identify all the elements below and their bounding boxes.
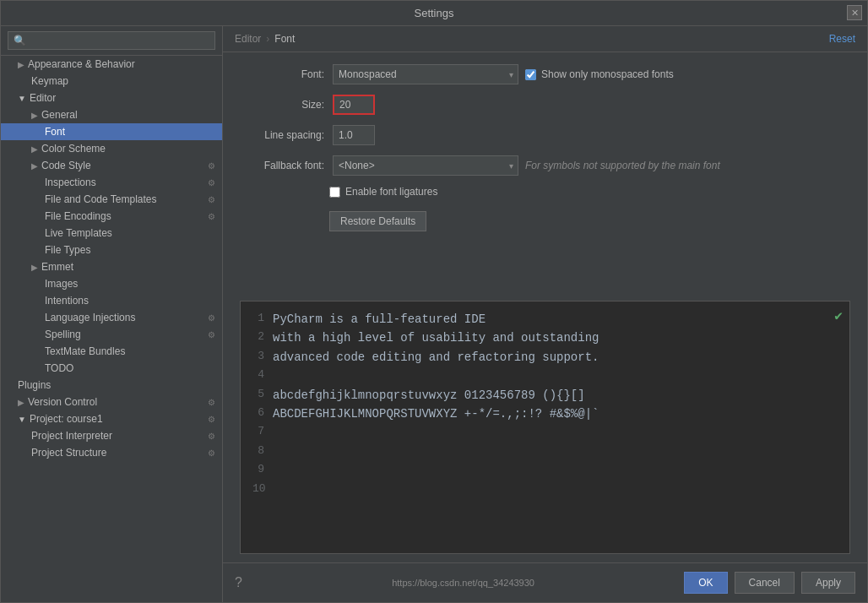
preview-line-1: 1 PyCharm is a full-featured IDE	[252, 310, 838, 329]
line-spacing-input[interactable]: 1.0	[333, 125, 375, 145]
ligatures-checkbox[interactable]	[329, 187, 340, 198]
sidebar-item-label: Spelling	[45, 329, 81, 340]
font-control: Monospaced Show only monospaced fonts	[333, 64, 674, 84]
sidebar-item-label: Live Templates	[45, 227, 112, 239]
arrow-icon: ▼	[18, 94, 26, 103]
size-row: Size: 20	[240, 95, 850, 115]
ok-button[interactable]: OK	[684, 572, 727, 594]
sidebar-tree: ▶ Appearance & Behavior Keymap ▼ Editor …	[1, 56, 222, 602]
sidebar-item-plugins[interactable]: Plugins	[1, 377, 222, 394]
settings-icon: ⚙	[208, 415, 215, 424]
sidebar-item-spelling[interactable]: Spelling ⚙	[1, 326, 222, 343]
sidebar-item-project-interpreter[interactable]: Project Interpreter ⚙	[1, 427, 222, 444]
sidebar-item-images[interactable]: Images	[1, 275, 222, 292]
font-label: Font:	[240, 68, 324, 80]
sidebar-item-file-encodings[interactable]: File Encodings ⚙	[1, 208, 222, 225]
sidebar-item-language-injections[interactable]: Language Injections ⚙	[1, 309, 222, 326]
arrow-icon: ▼	[18, 415, 26, 424]
cancel-button[interactable]: Cancel	[735, 572, 795, 594]
sidebar-item-todo[interactable]: TODO	[1, 360, 222, 377]
footer-url: https://blog.csdn.net/qq_34243930	[242, 578, 684, 588]
line-spacing-label: Line spacing:	[240, 129, 324, 141]
sidebar-item-emmet[interactable]: ▶ Emmet	[1, 258, 222, 275]
font-row: Font: Monospaced Show only monospaced fo…	[240, 64, 850, 84]
sidebar-item-intentions[interactable]: Intentions	[1, 292, 222, 309]
sidebar-item-version-control[interactable]: ▶ Version Control ⚙	[1, 394, 222, 410]
footer: ? https://blog.csdn.net/qq_34243930 OK C…	[223, 562, 867, 602]
breadcrumb-separator: ›	[266, 33, 269, 45]
settings-icon: ⚙	[208, 432, 215, 441]
sidebar-item-font[interactable]: Font	[1, 123, 222, 140]
line-spacing-control: 1.0	[333, 125, 375, 145]
sidebar-item-textmate[interactable]: TextMate Bundles	[1, 343, 222, 360]
sidebar-item-live-templates[interactable]: Live Templates	[1, 225, 222, 242]
help-button[interactable]: ?	[235, 575, 242, 590]
fallback-dropdown-wrapper: <None>	[333, 155, 518, 176]
preview-line-10: 10	[252, 481, 838, 499]
sidebar-item-label: Emmet	[41, 261, 73, 273]
checkmark-icon: ✔	[834, 307, 843, 329]
settings-window: Settings ✕ ▶ Appearance & Behavior Keyma…	[0, 0, 868, 603]
sidebar-item-keymap[interactable]: Keymap	[1, 73, 222, 90]
sidebar-item-label: Keymap	[31, 75, 68, 87]
sidebar-item-file-templates[interactable]: File and Code Templates ⚙	[1, 191, 222, 208]
arrow-icon: ▶	[18, 60, 24, 69]
fallback-font-dropdown[interactable]: <None>	[333, 155, 518, 176]
sidebar-item-label: Version Control	[28, 396, 97, 408]
sidebar-item-label: File Types	[45, 244, 90, 256]
breadcrumb: Editor › Font Reset	[223, 26, 867, 52]
preview-line-2: 2 with a high level of usability and out…	[252, 329, 838, 347]
preview-line-8: 8	[252, 443, 838, 461]
sidebar-item-label: Plugins	[18, 379, 51, 391]
preview-area: ✔ 1 PyCharm is a full-featured IDE 2 wit…	[240, 301, 850, 554]
sidebar-item-project-structure[interactable]: Project Structure ⚙	[1, 444, 222, 461]
font-dropdown-wrapper: Monospaced	[333, 64, 518, 84]
sidebar-item-label: File Encodings	[45, 210, 111, 222]
sidebar-item-label: Inspections	[45, 177, 96, 188]
size-label: Size:	[240, 99, 324, 111]
apply-button[interactable]: Apply	[801, 572, 855, 594]
preview-line-5: 5 abcdefghijklmnopqrstuvwxyz 0123456789 …	[252, 386, 838, 405]
font-dropdown[interactable]: Monospaced	[333, 64, 518, 84]
arrow-icon: ▶	[31, 111, 38, 120]
fallback-font-control: <None> For symbols not supported by the …	[333, 155, 720, 176]
breadcrumb-parent: Editor	[235, 33, 261, 45]
sidebar: ▶ Appearance & Behavior Keymap ▼ Editor …	[1, 26, 223, 602]
search-box	[1, 26, 222, 56]
size-control: 20	[333, 95, 375, 115]
main-panel: Editor › Font Reset Font: Monospaced	[223, 26, 867, 602]
reset-button[interactable]: Reset	[829, 33, 855, 45]
sidebar-item-editor[interactable]: ▼ Editor	[1, 90, 222, 106]
sidebar-item-label: Project: course1	[30, 413, 103, 425]
settings-icon: ⚙	[208, 313, 215, 323]
sidebar-item-appearance[interactable]: ▶ Appearance & Behavior	[1, 56, 222, 73]
settings-icon: ⚙	[208, 212, 215, 221]
sidebar-item-project[interactable]: ▼ Project: course1 ⚙	[1, 410, 222, 427]
show-monospaced-checkbox[interactable]	[525, 69, 536, 80]
arrow-icon: ▶	[18, 398, 24, 407]
sidebar-item-label: File and Code Templates	[45, 193, 157, 205]
ligatures-checkbox-row: Enable font ligatures	[329, 186, 437, 198]
sidebar-item-color-scheme[interactable]: ▶ Color Scheme	[1, 140, 222, 157]
line-spacing-row: Line spacing: 1.0	[240, 125, 850, 145]
sidebar-item-general[interactable]: ▶ General	[1, 106, 222, 123]
sidebar-item-label: Intentions	[45, 295, 89, 307]
close-button[interactable]: ✕	[847, 5, 862, 20]
preview-line-4: 4	[252, 367, 838, 385]
sidebar-item-code-style[interactable]: ▶ Code Style ⚙	[1, 157, 222, 174]
restore-defaults-button[interactable]: Restore Defaults	[329, 211, 426, 231]
preview-line-9: 9	[252, 461, 838, 480]
fallback-font-label: Fallback font:	[240, 160, 324, 171]
sidebar-item-label: Project Interpreter	[31, 430, 112, 442]
sidebar-item-inspections[interactable]: Inspections ⚙	[1, 174, 222, 191]
settings-icon: ⚙	[208, 398, 215, 407]
sidebar-item-label: General	[41, 109, 78, 121]
size-input[interactable]: 20	[333, 95, 375, 115]
title-bar: Settings ✕	[1, 1, 867, 26]
sidebar-item-file-types[interactable]: File Types	[1, 242, 222, 258]
search-input[interactable]	[8, 31, 215, 50]
preview-line-3: 3 advanced code editing and refactoring …	[252, 348, 838, 367]
arrow-icon: ▶	[31, 144, 38, 154]
sidebar-item-label: Font	[45, 126, 65, 138]
ligatures-label: Enable font ligatures	[345, 186, 437, 198]
